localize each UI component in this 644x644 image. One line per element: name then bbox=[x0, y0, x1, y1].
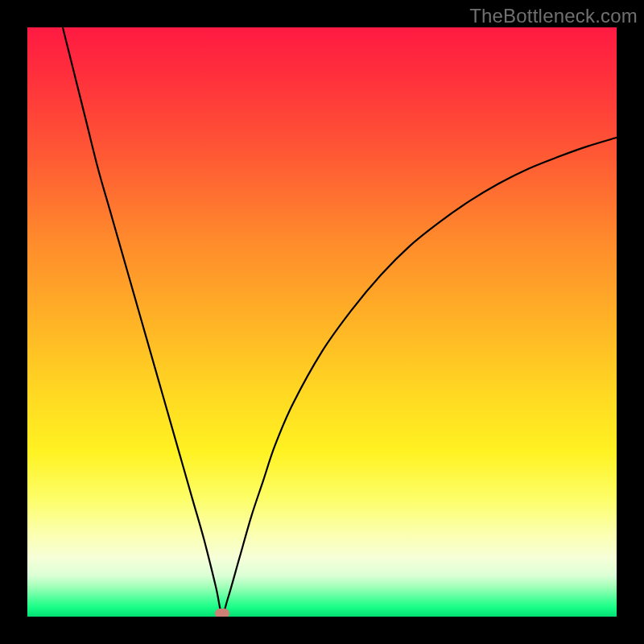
chart-frame: TheBottleneck.com bbox=[0, 0, 644, 644]
optimal-point-marker bbox=[215, 609, 229, 617]
bottleneck-curve bbox=[63, 27, 617, 614]
curve-layer bbox=[27, 27, 617, 617]
plot-area bbox=[27, 27, 617, 617]
watermark-text: TheBottleneck.com bbox=[469, 5, 638, 27]
